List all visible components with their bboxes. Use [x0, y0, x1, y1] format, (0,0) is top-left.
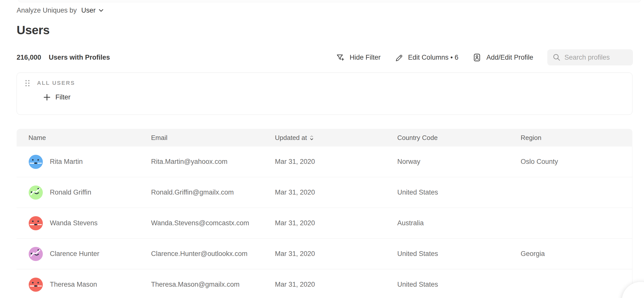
filter-plus-icon [336, 53, 345, 62]
user-name: Rita Martin [50, 158, 83, 166]
user-name: Theresa Mason [50, 281, 97, 288]
updated-at-cell: Mar 31, 2020 [275, 281, 397, 288]
country-code-cell: United States [397, 250, 521, 258]
table-header-row: Name Email Updated at Country Code Regio… [17, 129, 632, 146]
table-body: Rita Martin Rita.Martin@yahoox.com Mar 3… [17, 146, 632, 298]
filter-panel: ALL USERS Filter [17, 72, 632, 115]
email-cell: Ronald.Griffin@gmailx.com [151, 189, 275, 196]
sort-icon[interactable] [310, 135, 313, 141]
analyze-uniques-label: Analyze Uniques by [17, 7, 77, 14]
country-code-cell: United States [397, 281, 521, 288]
users-table: Name Email Updated at Country Code Regio… [17, 129, 632, 298]
users-page: Analyze Uniques by User Users 216,000 Us… [0, 0, 644, 298]
add-edit-profile-label: Add/Edit Profile [486, 54, 533, 61]
table-row[interactable]: Clarence Hunter Clarence.Hunter@outlookx… [17, 239, 632, 269]
user-name: Wanda Stevens [50, 219, 98, 227]
updated-at-cell: Mar 31, 2020 [275, 250, 397, 258]
column-header-name[interactable]: Name [28, 134, 151, 142]
avatar [28, 216, 43, 231]
country-code-cell: Norway [397, 158, 521, 166]
avatar [28, 247, 43, 261]
edit-columns-button[interactable]: Edit Columns • 6 [395, 53, 458, 62]
name-cell: Clarence Hunter [28, 247, 151, 261]
table-row[interactable]: Rita Martin Rita.Martin@yahoox.com Mar 3… [17, 146, 632, 177]
country-code-cell: Australia [397, 219, 521, 227]
avatar [28, 277, 43, 292]
cutoff-panel-edge [18, 0, 641, 2]
region-cell: Georgia [521, 250, 632, 258]
updated-at-cell: Mar 31, 2020 [275, 158, 397, 166]
search-profiles-input[interactable] [564, 54, 625, 61]
user-name: Clarence Hunter [50, 250, 99, 258]
profiles-count-row: 216,000 Users with Profiles [17, 49, 110, 65]
filter-group-header: ALL USERS [17, 73, 632, 86]
filter-group-label: ALL USERS [37, 80, 75, 86]
analyze-by-value: User [81, 7, 96, 14]
profiles-count-caption: Users with Profiles [49, 54, 110, 61]
column-header-email[interactable]: Email [151, 134, 275, 142]
profile-card-icon [473, 53, 481, 62]
column-header-region[interactable]: Region [521, 134, 632, 142]
analyze-by-dropdown[interactable]: User [81, 7, 103, 14]
table-row[interactable]: Wanda Stevens Wanda.Stevens@comcastx.com… [17, 208, 632, 239]
updated-at-cell: Mar 31, 2020 [275, 189, 397, 196]
drag-handle-icon[interactable] [25, 80, 29, 86]
chevron-down-icon [99, 9, 103, 12]
hide-filter-button[interactable]: Hide Filter [336, 53, 381, 62]
country-code-cell: United States [397, 189, 521, 196]
column-header-updated-at[interactable]: Updated at [275, 134, 397, 142]
name-cell: Theresa Mason [28, 277, 151, 292]
email-cell: Clarence.Hunter@outlookx.com [151, 250, 275, 258]
add-edit-profile-button[interactable]: Add/Edit Profile [473, 53, 533, 62]
email-cell: Theresa.Mason@gmailx.com [151, 281, 275, 288]
search-profiles-box[interactable] [547, 49, 633, 65]
analyze-uniques-row: Analyze Uniques by User [17, 7, 103, 14]
user-name: Ronald Griffin [50, 189, 91, 196]
column-header-country-code[interactable]: Country Code [397, 134, 521, 142]
edit-columns-label: Edit Columns • 6 [408, 54, 458, 61]
region-cell: Oslo County [521, 158, 632, 166]
page-title: Users [17, 23, 50, 37]
hide-filter-label: Hide Filter [350, 54, 381, 61]
email-cell: Rita.Martin@yahoox.com [151, 158, 275, 166]
name-cell: Rita Martin [28, 155, 151, 169]
table-row[interactable]: Theresa Mason Theresa.Mason@gmailx.com M… [17, 269, 632, 298]
email-cell: Wanda.Stevens@comcastx.com [151, 219, 275, 227]
table-row[interactable]: Ronald Griffin Ronald.Griffin@gmailx.com… [17, 177, 632, 208]
updated-at-cell: Mar 31, 2020 [275, 219, 397, 227]
plus-icon [44, 94, 50, 101]
name-cell: Ronald Griffin [28, 185, 151, 200]
name-cell: Wanda Stevens [28, 216, 151, 231]
add-filter-button[interactable]: Filter [44, 93, 70, 101]
avatar [28, 155, 43, 169]
toolbar: Hide Filter Edit Columns • 6 Add/Edit Pr… [336, 49, 633, 65]
pencil-icon [395, 53, 403, 62]
avatar [28, 185, 43, 200]
profiles-count: 216,000 [17, 54, 41, 61]
search-icon [552, 53, 561, 62]
add-filter-label: Filter [55, 93, 70, 101]
